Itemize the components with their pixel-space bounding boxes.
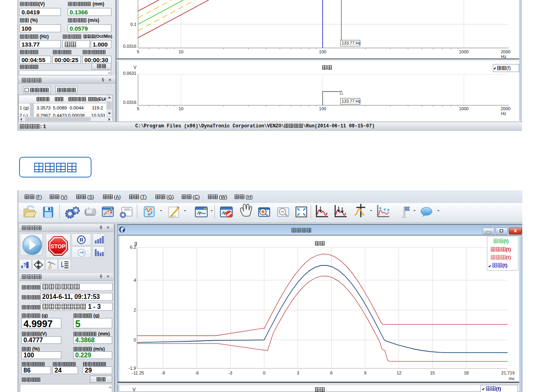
svg-text:?: ? (23, 262, 26, 268)
svg-text:133.77 Hz: 133.77 Hz (342, 41, 361, 45)
svg-text:133.77 Hz: 133.77 Hz (342, 99, 361, 103)
svg-text:STOP: STOP (51, 243, 65, 250)
